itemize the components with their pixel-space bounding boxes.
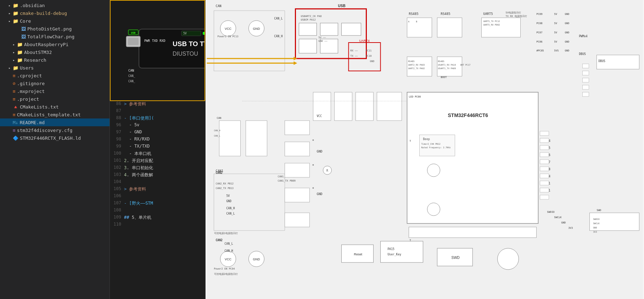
sidebar-item-cproject[interactable]: ≡ .cproject [0, 72, 110, 79]
svg-text:PC07: PC07 [537, 31, 543, 34]
file-tree: 📁 .obsidian 📁 cmake-build-debug 📁 Core 🖼… [0, 0, 110, 142]
code-line-100: 100 - 本串口机 [110, 151, 205, 158]
svg-text:USART1_TX PA09: USART1_TX PA09 [438, 67, 456, 70]
svg-rect-119 [540, 160, 549, 164]
svg-rect-160 [335, 92, 352, 121]
svg-rect-178 [583, 85, 589, 89]
sidebar-item-stm32-ld[interactable]: 🔷 STM32F446RCTX_FLASH.ld [0, 134, 110, 142]
sidebar-item-cmakelists-template[interactable]: ≡ CMakeLists_template.txt [0, 111, 110, 118]
folder-icon: 📁 [13, 3, 18, 8]
code-line-102: 102 3. 串口初始化 [110, 165, 205, 172]
svg-text:SWDIO: SWDIO [547, 211, 555, 214]
svg-text:CAN_H: CAN_H [214, 129, 220, 132]
svg-text:5V: 5V [554, 40, 558, 43]
list-file-icon: ≡ [13, 89, 16, 94]
svg-text:RS485: RS485 [438, 60, 444, 62]
svg-text:CAN_L: CAN_L [214, 134, 220, 137]
sidebar-item-stm32-cfg[interactable]: ≡ stm32f4discovery.cfg [0, 126, 110, 134]
sidebar-item-label: CMakeLists.txt [20, 104, 59, 110]
svg-rect-191 [285, 121, 310, 135]
svg-rect-115 [540, 131, 549, 135]
svg-text:CAN: CAN [217, 117, 222, 120]
svg-text:USB TO TTL: USB TO TTL [173, 40, 205, 48]
svg-text:5V: 5V [226, 194, 230, 198]
svg-text:GND: GND [561, 221, 566, 224]
sidebar-item-total-flow-char[interactable]: 🖼 TotalFlowChar.png [0, 33, 110, 40]
svg-text:USART1_RX PA10: USART1_RX PA10 [438, 63, 456, 66]
svg-rect-116 [540, 138, 549, 143]
svg-text:PC06: PC06 [537, 40, 543, 43]
svg-text:PA15: PA15 [388, 248, 394, 251]
svg-point-199 [313, 187, 314, 189]
gitignore-file-icon: ⊘ [13, 81, 16, 86]
svg-text:5V ——: 5V —— [319, 36, 326, 39]
svg-text:DIUSTOU: DIUSTOU [173, 51, 198, 57]
svg-text:DBUS: DBUS [599, 60, 605, 63]
svg-rect-193 [285, 163, 310, 177]
sidebar-item-readme-md[interactable]: M↓ README.md [0, 118, 110, 126]
sidebar-item-label: cmake-build-debug [20, 11, 67, 16]
svg-text:PWMx4: PWMx4 [579, 35, 588, 38]
code-line-109: 109 ## 5、单片机 [110, 215, 205, 222]
code-line-86: 86 > 参考资料 [110, 101, 205, 108]
sidebar-item-research[interactable]: 📁 Research [0, 56, 110, 64]
sidebar-item-mxproject[interactable]: ≡ .mxproject [0, 87, 110, 95]
image-file-icon: 🖼 [21, 34, 26, 39]
sidebar-item-users[interactable]: 📁 Users [0, 64, 110, 72]
svg-text:GND: GND [593, 226, 597, 229]
svg-text:RS485: RS485 [441, 12, 450, 16]
svg-text:TX RX 电源指示灯: TX RX 电源指示灯 [506, 15, 527, 18]
svg-text:CAN2_TX PB13: CAN2_TX PB13 [216, 187, 234, 190]
code-line-97: 97 - GND [110, 129, 205, 137]
sidebar-item-cmake-build-debug[interactable]: 📁 cmake-build-debug [0, 9, 110, 17]
sidebar-item-project[interactable]: ≡ .project [0, 95, 110, 103]
sidebar-item-label: CMakeLists_template.txt [17, 112, 81, 117]
sidebar-item-core[interactable]: 📁 Core [0, 17, 110, 25]
sidebar-item-about-raspberry-pi[interactable]: 📁 AboutRaspberryPi [0, 40, 110, 48]
svg-text:CAN_: CAN_ [128, 74, 135, 78]
image-file-icon: 🖼 [21, 26, 26, 32]
code-editor: USB 5V 3/3 VCC PWR TXD RXD USB TO TTL DI… [110, 0, 206, 299]
svg-text:CAN2: CAN2 [216, 171, 223, 175]
svg-text:USBCM PA12: USBCM PA12 [301, 18, 316, 21]
svg-text:DHT PC17: DHT PC17 [460, 63, 471, 66]
svg-rect-118 [540, 153, 549, 157]
svg-text:VCC: VCC [225, 27, 232, 31]
svg-text:5V: 5V [554, 13, 558, 16]
chevron-icon [13, 50, 16, 54]
svg-text:VCC: VCC [225, 258, 232, 261]
svg-text:3V3: 3V3 [569, 227, 573, 229]
sidebar-item-gitignore[interactable]: ⊘ .gitignore [0, 79, 110, 87]
svg-rect-162 [377, 92, 402, 121]
svg-text:RS485: RS485 [408, 60, 415, 62]
svg-text:Rated Frequency: 2.7KHz: Rated Frequency: 2.7KHz [421, 146, 451, 149]
svg-text:CAN_L: CAN_L [274, 17, 283, 20]
svg-rect-195 [285, 213, 310, 227]
svg-rect-192 [285, 142, 310, 156]
svg-text:CAN: CAN [216, 4, 222, 8]
folder-icon: 📁 [13, 11, 18, 16]
svg-text:可控电源1电源指示灯: 可控电源1电源指示灯 [214, 232, 238, 235]
svg-text:SWDIO: SWDIO [593, 218, 600, 220]
svg-rect-63 [407, 18, 432, 37]
svg-text:3V3: 3V3 [593, 231, 597, 233]
svg-rect-42 [299, 23, 317, 35]
chevron-icon [9, 4, 12, 7]
svg-text:A: A [408, 20, 410, 23]
sidebar-item-about-stm32[interactable]: 📁 AboutSTM32 [0, 48, 110, 56]
sidebar-item-obsidian[interactable]: 📁 .obsidian [0, 1, 110, 9]
code-line-107: 107 - [野火——STM [110, 200, 205, 207]
sidebar-item-label: .obsidian [20, 3, 45, 8]
code-line-105: 105 > 参考资料 [110, 186, 205, 193]
svg-rect-44 [342, 23, 361, 35]
svg-rect-176 [583, 71, 589, 75]
sidebar-item-photo-dist-get[interactable]: 🖼 PhotoDistGet.png [0, 25, 110, 33]
svg-text:Reset: Reset [354, 253, 363, 256]
chevron-icon [9, 66, 12, 70]
svg-rect-3 [128, 38, 139, 45]
svg-text:PC10: PC10 [366, 55, 372, 57]
sidebar-item-cmakelists[interactable]: 🔺 CMakeLists.txt [0, 103, 110, 111]
sidebar-item-label: .gitignore [17, 81, 45, 86]
code-lines: 86 > 参考资料 87 88 - [串口使用]( 96 - 5v 97 - G… [110, 101, 205, 229]
svg-text:PC09: PC09 [537, 13, 543, 16]
